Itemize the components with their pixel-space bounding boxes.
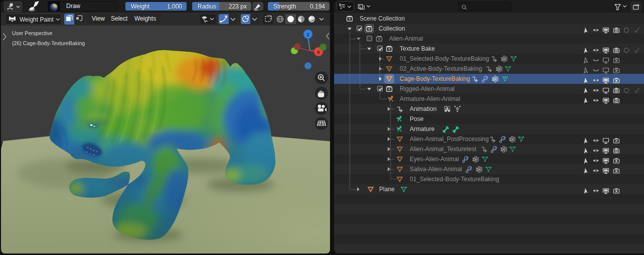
svg-text:Z: Z bbox=[306, 32, 309, 37]
svg-text:X: X bbox=[317, 50, 320, 55]
svg-text:(26) Cage-Body-TextureBaking: (26) Cage-Body-TextureBaking bbox=[12, 40, 85, 46]
svg-text:User Perspective: User Perspective bbox=[12, 30, 53, 36]
